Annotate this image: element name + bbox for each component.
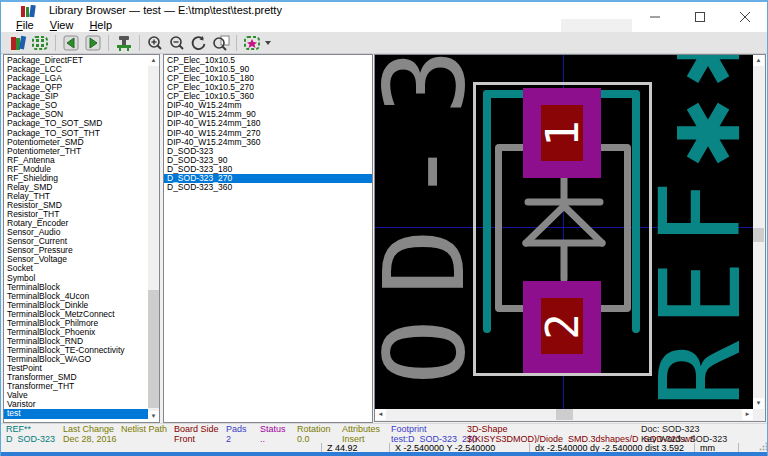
zoom-in-button[interactable] bbox=[144, 33, 166, 53]
library-list-item[interactable]: Package_TO_SOT_THT bbox=[4, 129, 148, 138]
menu-view[interactable]: View bbox=[42, 19, 82, 32]
info-field: Board SideFront bbox=[174, 425, 219, 444]
library-list-item[interactable]: TerminalBlock_Phoenix bbox=[4, 328, 148, 337]
minimize-button[interactable] bbox=[632, 2, 677, 32]
library-list-item[interactable]: Package_LGA bbox=[4, 74, 148, 83]
library-list-item[interactable]: RF_Module bbox=[4, 165, 148, 174]
library-list-scrollbar[interactable]: ▲ ▼ bbox=[148, 55, 159, 422]
library-list-item[interactable]: Relay_SMD bbox=[4, 183, 148, 192]
library-list-item[interactable]: Sensor_Voltage bbox=[4, 255, 148, 264]
scrollbar-thumb[interactable] bbox=[753, 228, 764, 242]
preview-vertical-scrollbar[interactable]: ▲ ▼ bbox=[753, 55, 764, 409]
library-list-item[interactable]: Package_LCC bbox=[4, 65, 148, 74]
zoom-fit-button[interactable] bbox=[210, 33, 232, 53]
library-list-item[interactable]: TerminalBlock_RND bbox=[4, 337, 148, 346]
library-list-item[interactable]: Package_SO bbox=[4, 101, 148, 110]
library-list-item[interactable]: Symbol bbox=[4, 274, 148, 283]
preview-horizontal-scrollbar[interactable]: ◄ ► bbox=[375, 409, 753, 421]
library-list-item[interactable]: Resistor_SMD bbox=[4, 201, 148, 210]
next-footprint-button[interactable] bbox=[82, 33, 104, 53]
redraw-view-button[interactable] bbox=[188, 33, 210, 53]
library-list-item[interactable]: Package_QFP bbox=[4, 83, 148, 92]
library-list-item[interactable]: TerminalBlock_WAGO bbox=[4, 355, 148, 364]
footprint-list-item[interactable]: D_SOD-323 bbox=[164, 147, 372, 156]
show-3d-viewer-button[interactable] bbox=[241, 33, 263, 53]
pad-2-number: 2 bbox=[537, 313, 588, 340]
footprint-list-item[interactable]: CP_Elec_10x10.5_180 bbox=[164, 74, 372, 83]
footprint-list-item[interactable]: DIP-40_W15.24mm_180 bbox=[164, 119, 372, 128]
footprint-list-item[interactable]: CP_Elec_10x10.5 bbox=[164, 56, 372, 65]
scroll-down-icon[interactable]: ▼ bbox=[753, 398, 764, 409]
library-list-item[interactable]: Relay_THT bbox=[4, 192, 148, 201]
library-list-item[interactable]: Sensor_Audio bbox=[4, 228, 148, 237]
footprint-list-item[interactable]: DIP-40_W15.24mm_270 bbox=[164, 129, 372, 138]
select-footprint-button[interactable] bbox=[29, 33, 51, 53]
scroll-left-icon[interactable]: ◄ bbox=[375, 409, 386, 420]
scroll-down-icon[interactable]: ▼ bbox=[148, 411, 159, 422]
previous-footprint-button[interactable] bbox=[60, 33, 82, 53]
library-list-item[interactable]: Package_SON bbox=[4, 110, 148, 119]
maximize-button[interactable] bbox=[677, 2, 722, 32]
library-list-item[interactable]: Varistor bbox=[4, 400, 148, 409]
info-field: Footprinttest:D_SOD-323_270 bbox=[391, 425, 477, 444]
library-list-item[interactable]: test bbox=[4, 409, 148, 418]
library-list-item[interactable]: TerminalBlock_Philmore bbox=[4, 319, 148, 328]
footprint-list-item[interactable]: D_SOD-323_90 bbox=[164, 156, 372, 165]
scroll-up-icon[interactable]: ▲ bbox=[753, 55, 764, 66]
footprint-preview-pane: D_SOD-323 REF✱✱ 1 bbox=[374, 54, 766, 422]
pad-2-copper: 2 bbox=[541, 298, 583, 354]
library-list-item[interactable]: Transformer_SMD bbox=[4, 373, 148, 382]
scrollbar-thumb[interactable] bbox=[148, 290, 159, 408]
footprint-list-item[interactable]: CP_Elec_10x10.5_90 bbox=[164, 65, 372, 74]
library-list-item[interactable]: Resistor_THT bbox=[4, 210, 148, 219]
library-list-item[interactable]: Potentiometer_THT bbox=[4, 147, 148, 156]
info-field: REF**D_SOD-323 bbox=[6, 425, 55, 444]
library-list-item[interactable]: Transformer_THT bbox=[4, 382, 148, 391]
library-list-item[interactable]: Potentiometer_SMD bbox=[4, 138, 148, 147]
scroll-up-icon[interactable]: ▲ bbox=[148, 55, 159, 66]
library-list-item[interactable]: Rotary_Encoder bbox=[4, 219, 148, 228]
library-list-item[interactable]: RF_Antenna bbox=[4, 156, 148, 165]
menu-file[interactable]: File bbox=[8, 19, 42, 32]
library-list-item[interactable]: Socket bbox=[4, 264, 148, 273]
toolbar-separator bbox=[139, 35, 140, 51]
library-list-item[interactable]: Package_DirectFET bbox=[4, 56, 148, 65]
3d-viewer-dropdown-caret[interactable] bbox=[265, 41, 271, 45]
info-field: AttributesInsert bbox=[342, 425, 380, 444]
library-list-item[interactable]: Sensor_Pressure bbox=[4, 246, 148, 255]
footprint-list-item[interactable]: D_SOD-323_180 bbox=[164, 165, 372, 174]
footprint-list-item[interactable]: D_SOD-323_360 bbox=[164, 183, 372, 192]
library-list-item[interactable]: RF_Shielding bbox=[4, 174, 148, 183]
footprint-list-item[interactable]: CP_Elec_10x10.5_360 bbox=[164, 92, 372, 101]
library-list-item[interactable]: Sensor_Current bbox=[4, 237, 148, 246]
pad-1-number: 1 bbox=[537, 120, 588, 147]
close-button[interactable] bbox=[722, 2, 767, 32]
footprint-list-item[interactable]: DIP-40_W15.24mm_360 bbox=[164, 138, 372, 147]
insert-footprint-into-board-button[interactable] bbox=[113, 33, 135, 53]
scroll-right-icon[interactable]: ► bbox=[742, 409, 753, 420]
scrollbar-corner bbox=[753, 409, 766, 422]
scrollbar-thumb[interactable] bbox=[556, 409, 573, 420]
info-field: Last ChangeDec 28, 2016 bbox=[63, 425, 117, 444]
footprint-list-pane: CP_Elec_10x10.5CP_Elec_10x10.5_90CP_Elec… bbox=[163, 54, 373, 423]
library-list-item[interactable]: TerminalBlock_Dinkle bbox=[4, 301, 148, 310]
footprint-list-item[interactable]: D_SOD-323_270 bbox=[164, 174, 372, 183]
library-list-item[interactable]: TerminalBlock_TE-Connectivity bbox=[4, 346, 148, 355]
footprint-list-item[interactable]: DIP-40_W15.24mm_90 bbox=[164, 110, 372, 119]
footprint-preview-canvas[interactable]: D_SOD-323 REF✱✱ 1 bbox=[375, 55, 753, 409]
footprint-list-item[interactable]: CP_Elec_10x10.5_270 bbox=[164, 83, 372, 92]
library-list-item[interactable]: TerminalBlock_4Ucon bbox=[4, 292, 148, 301]
info-field: Netlist Path bbox=[121, 425, 167, 435]
library-list-item[interactable]: TestPoint bbox=[4, 364, 148, 373]
footprint-list: CP_Elec_10x10.5CP_Elec_10x10.5_90CP_Elec… bbox=[164, 56, 372, 422]
footprint-list-item[interactable]: DIP-40_W15.24mm bbox=[164, 101, 372, 110]
library-list-item[interactable]: Valve bbox=[4, 391, 148, 400]
menu-help[interactable]: Help bbox=[81, 19, 120, 32]
select-library-button[interactable] bbox=[7, 33, 29, 53]
library-list-item[interactable]: TerminalBlock bbox=[4, 283, 148, 292]
library-list-item[interactable]: Package_TO_SOT_SMD bbox=[4, 119, 148, 128]
library-list-item[interactable]: TerminalBlock_MetzConnect bbox=[4, 310, 148, 319]
library-list: Package_DirectFETPackage_LCCPackage_LGAP… bbox=[4, 56, 148, 422]
library-list-item[interactable]: Package_SIP bbox=[4, 92, 148, 101]
zoom-out-button[interactable] bbox=[166, 33, 188, 53]
